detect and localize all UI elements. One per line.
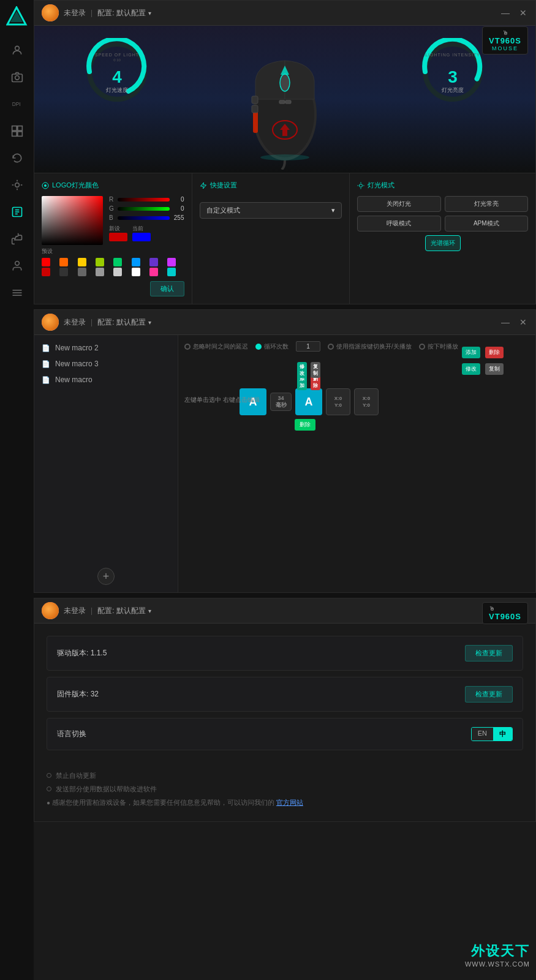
preset-swatch[interactable] <box>96 258 104 266</box>
preset-swatch[interactable] <box>149 268 158 276</box>
sidebar-sync-icon[interactable] <box>6 147 28 169</box>
svg-point-2 <box>15 46 19 50</box>
mode-apm-button[interactable]: APM模式 <box>445 216 529 232</box>
add-macro-button[interactable]: + <box>97 568 115 585</box>
inline-mod[interactable]: 修改 <box>297 362 307 378</box>
rgb-g-slider[interactable] <box>118 207 170 211</box>
preset-swatch[interactable] <box>132 258 140 266</box>
sidebar-macro-icon[interactable] <box>6 201 28 223</box>
loop-option[interactable]: 循环次数 <box>255 342 289 351</box>
sidebar-menu-icon[interactable] <box>6 282 28 304</box>
sidebar-lighting-icon[interactable] <box>6 174 28 196</box>
shortcut-dropdown[interactable]: 自定义模式 ▾ <box>200 202 342 219</box>
window-controls2: — ✕ <box>499 316 529 328</box>
current-swatch <box>132 233 151 241</box>
toggle-radio[interactable] <box>328 344 334 350</box>
key-coords-block[interactable]: X:0 Y:0 <box>326 388 350 415</box>
preset-swatch[interactable] <box>167 258 176 266</box>
mode-cycle-button[interactable]: 光谱循环 <box>425 235 461 251</box>
close-button[interactable]: ✕ <box>517 7 529 19</box>
sidebar-thumbsup-icon[interactable] <box>6 228 28 250</box>
avatar2 <box>42 314 59 331</box>
auto-update-radio[interactable] <box>47 773 51 778</box>
new-swatch <box>109 233 127 241</box>
intensity-gauge-dial[interactable]: LIGHTING INTENSITY 3 灯光亮度 <box>419 38 486 105</box>
rgb-b-slider[interactable] <box>118 216 170 220</box>
inline-popup2: 修改 复制 <box>296 361 322 379</box>
macro-content: 📄 New macro 2 📄 New macro 3 📄 New macro … <box>34 335 535 592</box>
preset-swatch[interactable] <box>78 258 86 266</box>
config-label3: 配置: 默认配置 <box>97 606 146 616</box>
macro-item-1[interactable]: 📄 New macro 2 <box>34 340 178 356</box>
device-type: MOUSE <box>489 45 521 51</box>
config-dropdown-arrow3[interactable]: ▾ <box>148 608 151 614</box>
modify-key-button[interactable]: 修改 <box>462 363 480 375</box>
macro-item-2[interactable]: 📄 New macro 3 <box>34 356 178 372</box>
app-logo[interactable] <box>6 6 28 28</box>
lang-cn-button[interactable]: 中 <box>493 728 512 741</box>
delete-key-button[interactable]: 删除 <box>485 347 504 358</box>
delay-option[interactable]: 忽略时间之间的延迟 <box>184 342 248 351</box>
color-gradient[interactable] <box>42 196 103 245</box>
rgb-b-row: B 255 <box>109 214 184 221</box>
preset-swatch[interactable] <box>42 268 50 276</box>
lighting-title: 灯光模式 <box>357 181 528 190</box>
website-link[interactable]: 官方网站 <box>276 799 303 806</box>
data-share-radio[interactable] <box>47 786 51 791</box>
copy-key-button[interactable]: 复制 <box>485 363 504 375</box>
key-time-block[interactable]: 34 毫秒 <box>270 393 292 411</box>
preset-swatch[interactable] <box>42 258 50 266</box>
preset-swatch[interactable] <box>96 268 104 276</box>
add-key-button[interactable]: 添加 <box>462 347 480 358</box>
config-dropdown-arrow[interactable]: ▾ <box>148 10 151 17</box>
speed-gauge: SPEED OF LIGHT 0 10 4 灯光速度 <box>83 38 151 105</box>
delay-radio[interactable] <box>184 344 191 350</box>
sidebar-dpi-icon[interactable]: DPI <box>6 93 28 115</box>
confirm-button[interactable]: 确认 <box>150 281 184 296</box>
toggle-option[interactable]: 使用指派按键切换开/关播放 <box>328 342 412 351</box>
preset-swatch[interactable] <box>149 258 158 266</box>
color-section-title: LOGO灯光颜色 <box>42 181 184 190</box>
minimize-button[interactable]: — <box>499 7 512 19</box>
popup-row-2: 修改 复制 <box>461 362 505 376</box>
preset-swatch[interactable] <box>113 268 122 276</box>
speed-gauge-dial[interactable]: SPEED OF LIGHT 0 10 4 灯光速度 <box>83 38 151 105</box>
preset-swatches <box>42 258 184 276</box>
key-coords2-block[interactable]: X:0 Y:0 <box>354 388 379 415</box>
minimize-button2[interactable]: — <box>499 316 512 328</box>
sidebar-camera-icon[interactable] <box>6 66 28 88</box>
preset-swatch[interactable] <box>59 268 68 276</box>
hold-radio[interactable] <box>419 344 425 350</box>
mode-off-button[interactable]: 关闭灯光 <box>357 196 441 212</box>
mode-breath-button[interactable]: 呼吸模式 <box>357 216 441 232</box>
macro-doc-icon-3: 📄 <box>42 376 50 384</box>
preset-swatch[interactable] <box>78 268 86 276</box>
loop-count-input[interactable] <box>296 341 320 352</box>
mode-bright-button[interactable]: 灯光常亮 <box>445 196 529 212</box>
svg-text:4: 4 <box>112 67 122 86</box>
svg-text:0          10: 0 10 <box>113 58 121 62</box>
delete-below-button[interactable]: 删除 <box>295 419 315 431</box>
macro-item-3[interactable]: 📄 New macro <box>34 372 178 388</box>
lang-en-button[interactable]: EN <box>472 728 493 741</box>
macro-doc-icon-1: 📄 <box>42 344 50 352</box>
sidebar-profile-icon[interactable] <box>6 39 28 61</box>
firmware-update-button[interactable]: 检查更新 <box>465 686 513 703</box>
sidebar-user-icon[interactable] <box>6 255 28 277</box>
loop-radio[interactable] <box>255 344 262 350</box>
hold-option[interactable]: 按下时播放 <box>419 342 458 351</box>
preset-swatch[interactable] <box>113 258 122 266</box>
macro-panel: 未登录 | 配置: 默认配置 ▾ — ✕ 📄 New macro 2 📄 New… <box>34 309 536 593</box>
user-label3: 未登录 <box>64 606 86 616</box>
key-a2-block[interactable]: A 添加 删除 修改 复制 <box>295 388 322 415</box>
avatar <box>42 4 59 21</box>
preset-swatch[interactable] <box>59 258 68 266</box>
close-button2[interactable]: ✕ <box>517 316 529 328</box>
rgb-r-slider[interactable] <box>118 198 170 202</box>
preset-swatch[interactable] <box>132 268 140 276</box>
driver-update-button[interactable]: 检查更新 <box>465 645 513 662</box>
inline-copy[interactable]: 复制 <box>311 362 320 378</box>
sidebar-grid-icon[interactable] <box>6 120 28 142</box>
preset-swatch[interactable] <box>167 268 176 276</box>
config-dropdown-arrow2[interactable]: ▾ <box>148 319 151 326</box>
